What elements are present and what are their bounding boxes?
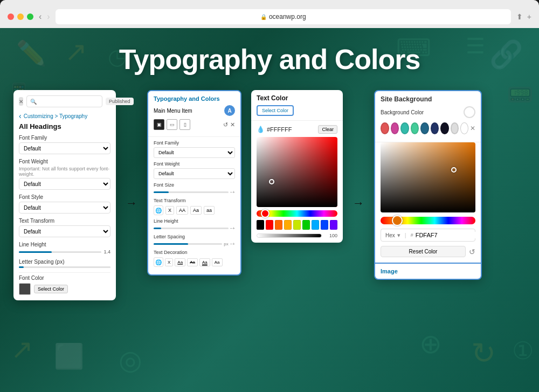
letter-spacing-slider[interactable] [19,266,110,268]
font-color-row: Select Color [19,283,110,295]
swatch-red[interactable] [266,220,273,230]
hex-section: Hex ▾ | # ⧉ [381,229,475,242]
deco-underline[interactable]: Aa [175,258,185,266]
letter-spacing-label: Letter Spacing (px) [19,259,110,265]
typo-ls-slider[interactable] [154,243,222,245]
hex-dropdown-arrow[interactable]: ▾ [397,232,400,239]
swatch-orange[interactable] [275,220,282,230]
swatch-magenta[interactable] [391,122,399,134]
tablet-icon[interactable]: ▭ [167,119,177,130]
reset-icon[interactable]: ↺ [469,247,475,256]
swatch-blue[interactable] [321,220,328,230]
swatch-black[interactable] [257,220,264,230]
new-tab-icon[interactable]: + [527,12,531,21]
font-weight-select[interactable]: Default [19,178,110,190]
deco-linethrough[interactable]: Aa [187,258,198,266]
letter-spacing-slider-row [19,266,110,268]
gradient-cursor[interactable] [269,179,274,184]
eyedropper-icon[interactable]: 💧 [257,126,265,133]
text-color-panel: Text Color Select Color 💧 #FFFFFF Clear [251,90,343,243]
image-label: Image [381,268,398,274]
hue-slider[interactable] [257,210,337,217]
forward-nav[interactable]: › [47,12,50,22]
maximize-button[interactable] [27,13,33,20]
traffic-lights [8,13,33,20]
swatch-teal[interactable] [400,122,409,134]
browser-content: ✏️ ↗ ◷ ⌨ ☰ 🔗 ↗ ⬜ ◎ ⊕ ↻ ① 📱 📟 Typography … [0,28,539,392]
font-color-swatch[interactable] [19,283,31,295]
swatch-white[interactable] [460,122,468,134]
typo-font-weight[interactable]: Default [154,168,235,179]
swatch-pink[interactable] [381,122,389,134]
mobile-icon[interactable]: ▯ [179,119,190,130]
swatch-mint[interactable] [411,122,419,134]
panels-container: ✕ Published ‹ Customizing > Typography A… [13,90,526,300]
swatch-purple[interactable] [330,220,337,230]
swatch-lime[interactable] [293,220,301,230]
color-gradient[interactable] [257,137,337,207]
transform-x[interactable]: X [165,206,174,215]
select-color-button[interactable]: Select Color [34,285,68,293]
share-icon[interactable]: ⬆ [516,12,523,21]
tt-label: Text Transform [154,198,235,203]
swatch-lightblue[interactable] [312,220,319,230]
opacity-bar[interactable] [257,233,322,238]
swatch-amber[interactable] [284,220,292,230]
clear-button[interactable]: Clear [318,125,337,134]
image-section[interactable]: Image [375,263,481,279]
swatch-darkblue[interactable] [420,122,429,134]
close-action[interactable]: ✕ [230,121,235,128]
font-style-select[interactable]: Default [19,202,110,214]
gradient-overlay [257,137,337,207]
deco-x[interactable]: X [165,258,173,266]
text-transform-select[interactable]: Default [19,225,110,237]
swatch-nearblack[interactable] [440,122,449,134]
swatch-close-btn[interactable]: ✕ [470,124,475,133]
swatch-green[interactable] [302,220,310,230]
hex-divider: | [405,232,406,238]
swatch-navy[interactable] [431,122,439,134]
reset-action[interactable]: ↺ [223,121,228,128]
deco-globe-icon[interactable]: 🌐 [154,257,163,267]
color-picker-area: 💧 #FFFFFF Clear [251,121,343,243]
orange-picker[interactable] [381,142,475,212]
minimize-button[interactable] [17,13,24,20]
back-nav[interactable]: ‹ [39,12,42,22]
transform-aa-lower[interactable]: aa [204,206,215,215]
deco-italic[interactable]: Aa [212,258,223,266]
reset-button[interactable]: Reset Color [381,246,466,257]
rainbow-cursor[interactable] [392,215,403,226]
transform-aa2[interactable]: Aa [190,206,202,215]
deco-double[interactable]: Aa [199,258,210,266]
desktop-icon[interactable]: ▣ [154,119,164,130]
back-button[interactable]: ‹ [19,112,22,120]
hex-input[interactable] [416,232,482,238]
typo-panel-title: Typography and Colors [154,95,235,102]
font-family-select[interactable]: Default [19,142,110,154]
select-color-btn[interactable]: Select Color [257,105,294,116]
line-height-slider[interactable] [19,251,101,253]
globe-icon[interactable]: 🌐 [154,205,163,215]
typo-line-height-slider[interactable] [154,228,229,229]
line-height-slider-row2: −+ [154,226,235,231]
rainbow-bar[interactable] [381,217,475,224]
bg-toggle[interactable] [464,106,475,118]
search-input[interactable] [26,95,102,107]
typo-font-family[interactable]: Default [154,147,235,158]
line-height-value: 1.4 [103,249,110,255]
text-color-title: Text Color [257,94,337,102]
address-bar[interactable]: 🔒 oceanwp.org [56,9,511,24]
published-badge: Published [106,98,134,105]
all-button[interactable]: A [224,105,235,116]
font-style-label: Font Style [19,194,110,200]
font-size-slider[interactable] [154,191,229,193]
panel-close[interactable]: ✕ [19,97,23,106]
transform-aa[interactable]: AA [176,206,188,215]
close-button[interactable] [8,13,14,20]
orange-cursor[interactable] [451,167,457,173]
opacity-row: 100 [257,233,337,238]
hue-cursor[interactable] [261,209,270,218]
swatch-gray[interactable] [451,122,459,134]
hex-row: 💧 #FFFFFF Clear [257,125,337,134]
section-heading: All Headings [19,122,110,130]
